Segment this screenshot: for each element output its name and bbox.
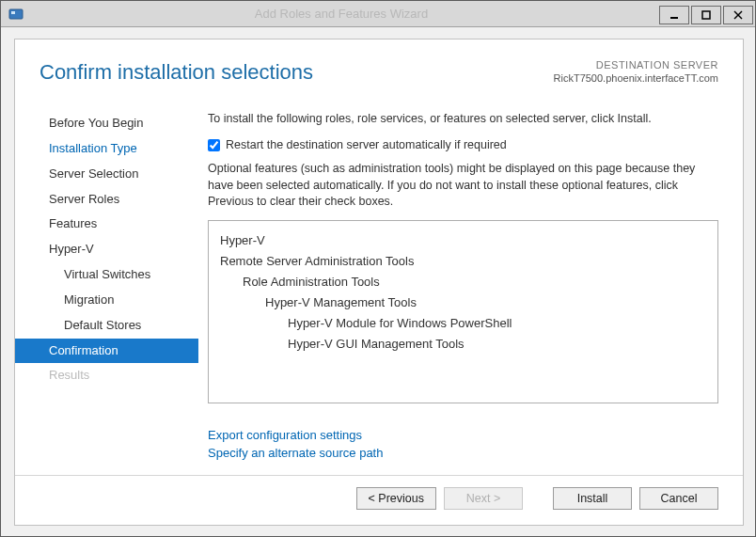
install-button[interactable]: Install [553, 487, 632, 510]
nav-default-stores[interactable]: Default Stores [15, 313, 198, 339]
nav-results: Results [15, 363, 198, 388]
wizard-nav: Before You Begin Installation Type Serve… [15, 107, 198, 465]
restart-checkbox-label: Restart the destination server automatic… [226, 137, 507, 154]
svg-rect-1 [11, 11, 15, 14]
nav-hyper-v[interactable]: Hyper-V [15, 237, 198, 262]
window-title: Add Roles and Features Wizard [24, 7, 659, 21]
feature-item: Hyper-V GUI Management Tools [288, 334, 706, 355]
minimize-button[interactable] [659, 6, 689, 24]
export-config-link[interactable]: Export configuration settings [208, 426, 718, 445]
nav-before-you-begin[interactable]: Before You Begin [15, 111, 198, 136]
content-pane: To install the following roles, role ser… [198, 107, 743, 465]
close-button[interactable] [723, 6, 753, 24]
cancel-button[interactable]: Cancel [639, 487, 718, 510]
feature-item: Hyper-V Management Tools [265, 292, 706, 313]
nav-virtual-switches[interactable]: Virtual Switches [15, 262, 198, 288]
destination-server: RickT7500.phoenix.interfaceTT.com [554, 71, 718, 85]
destination-block: DESTINATION SERVER RickT7500.phoenix.int… [554, 58, 718, 86]
feature-item: Role Administration Tools [243, 272, 706, 292]
dialog-body: Confirm installation selections DESTINAT… [14, 39, 744, 526]
restart-checkbox[interactable] [208, 139, 220, 151]
button-row: < Previous Next > Install Cancel [356, 487, 718, 510]
svg-rect-3 [702, 11, 710, 19]
app-icon [8, 7, 24, 22]
maximize-button[interactable] [691, 6, 721, 24]
nav-migration[interactable]: Migration [15, 288, 198, 313]
restart-checkbox-row[interactable]: Restart the destination server automatic… [208, 137, 718, 154]
optional-note: Optional features (such as administratio… [208, 161, 718, 211]
wizard-window: Add Roles and Features Wizard Confirm in… [0, 0, 756, 537]
next-button: Next > [444, 487, 523, 510]
alternate-source-link[interactable]: Specify an alternate source path [208, 444, 718, 463]
nav-features[interactable]: Features [15, 212, 198, 237]
instruction-text: To install the following roles, role ser… [208, 111, 718, 128]
feature-item: Hyper-V Module for Windows PowerShell [288, 313, 706, 334]
feature-item: Remote Server Administration Tools [220, 251, 706, 272]
nav-installation-type[interactable]: Installation Type [15, 136, 198, 162]
feature-list: Hyper-V Remote Server Administration Too… [208, 220, 718, 403]
feature-item: Hyper-V [220, 230, 706, 251]
nav-server-roles[interactable]: Server Roles [15, 187, 198, 213]
nav-confirmation[interactable]: Confirmation [15, 339, 198, 364]
nav-server-selection[interactable]: Server Selection [15, 162, 198, 187]
previous-button[interactable]: < Previous [356, 487, 436, 510]
title-bar: Add Roles and Features Wizard [1, 1, 755, 27]
destination-label: DESTINATION SERVER [554, 58, 718, 71]
separator [15, 475, 743, 476]
